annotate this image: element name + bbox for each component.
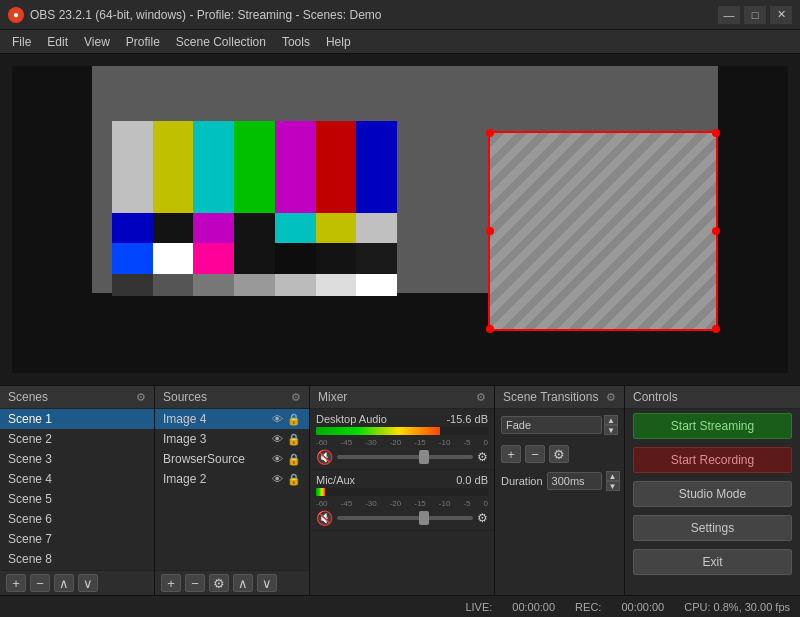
add-source-button[interactable]: + — [161, 574, 181, 592]
menu-file[interactable]: File — [4, 33, 39, 51]
source-item-4[interactable]: Image 2 👁 🔒 — [155, 469, 309, 489]
remove-transition-button[interactable]: − — [525, 445, 545, 463]
transition-settings-button[interactable]: ⚙ — [549, 445, 569, 463]
source-settings-button[interactable]: ⚙ — [209, 574, 229, 592]
transition-type-up[interactable]: ▲ — [604, 415, 618, 425]
gs-4 — [234, 274, 275, 296]
scene-item-3[interactable]: Scene 3 — [0, 449, 154, 469]
duration-input[interactable] — [547, 472, 602, 490]
remove-scene-button[interactable]: − — [30, 574, 50, 592]
gs-2 — [153, 274, 194, 296]
source-item-3[interactable]: BrowserSource 👁 🔒 — [155, 449, 309, 469]
sources-list: Image 4 👁 🔒 Image 3 👁 🔒 BrowserSource 👁 … — [155, 409, 309, 570]
exit-button[interactable]: Exit — [633, 549, 792, 575]
desktop-fader-thumb[interactable] — [419, 450, 429, 464]
scenes-panel-header: Scenes ⚙ — [0, 386, 154, 409]
menu-edit[interactable]: Edit — [39, 33, 76, 51]
transition-type-down[interactable]: ▼ — [604, 425, 618, 435]
live-label: LIVE: — [465, 601, 492, 613]
lock-icon-4: 🔒 — [287, 473, 301, 486]
scene-down-button[interactable]: ∨ — [78, 574, 98, 592]
handle-mid-right[interactable] — [712, 227, 720, 235]
handle-mid-left[interactable] — [486, 227, 494, 235]
add-transition-button[interactable]: + — [501, 445, 521, 463]
bar-magenta — [275, 121, 316, 213]
bar-mid-2 — [153, 213, 194, 244]
scenes-panel-icon: ⚙ — [136, 391, 146, 404]
remove-source-button[interactable]: − — [185, 574, 205, 592]
minimize-button[interactable]: — — [718, 6, 740, 24]
source-selection-overlay[interactable] — [488, 131, 718, 331]
transition-type-select[interactable]: Fade — [501, 416, 602, 434]
sources-panel-icon: ⚙ — [291, 391, 301, 404]
scene-item-4[interactable]: Scene 4 — [0, 469, 154, 489]
studio-mode-button[interactable]: Studio Mode — [633, 481, 792, 507]
handle-bottom-right[interactable] — [712, 325, 720, 333]
scene-item-7[interactable]: Scene 7 — [0, 529, 154, 549]
menu-scene-collection[interactable]: Scene Collection — [168, 33, 274, 51]
controls-panel-header: Controls — [625, 386, 800, 409]
handle-top-left[interactable] — [486, 129, 494, 137]
eye-icon-4: 👁 — [272, 473, 283, 486]
source-down-button[interactable]: ∨ — [257, 574, 277, 592]
desktop-mute-button[interactable]: 🔇 — [316, 449, 333, 465]
add-scene-button[interactable]: + — [6, 574, 26, 592]
bar-green — [234, 121, 275, 213]
scene-item-8[interactable]: Scene 8 — [0, 549, 154, 569]
controls-panel: Controls Start Streaming Start Recording… — [625, 386, 800, 595]
handle-bottom-left[interactable] — [486, 325, 494, 333]
mic-level-bar — [316, 488, 488, 496]
mic-mute-button[interactable]: 🔇 — [316, 510, 333, 526]
maximize-button[interactable]: □ — [744, 6, 766, 24]
duration-label: Duration — [501, 475, 543, 487]
source-item-1[interactable]: Image 4 👁 🔒 — [155, 409, 309, 429]
bar-low-6 — [316, 243, 357, 274]
gs-6 — [316, 274, 357, 296]
mic-fader[interactable] — [337, 516, 473, 520]
scene-item-2[interactable]: Scene 2 — [0, 429, 154, 449]
app-icon: ● — [8, 7, 24, 23]
duration-up[interactable]: ▲ — [606, 471, 620, 481]
mixer-track-desktop-header: Desktop Audio -15.6 dB — [316, 413, 488, 425]
scene-item-6[interactable]: Scene 6 — [0, 509, 154, 529]
bar-cyan — [193, 121, 234, 213]
transition-select-row: Fade ▲ ▼ — [501, 415, 618, 435]
transition-controls-toolbar: + − ⚙ — [501, 445, 618, 463]
scenes-list: Scene 1 Scene 2 Scene 3 Scene 4 Scene 5 … — [0, 409, 154, 570]
settings-button[interactable]: Settings — [633, 515, 792, 541]
menu-tools[interactable]: Tools — [274, 33, 318, 51]
title-text: OBS 23.2.1 (64-bit, windows) - Profile: … — [30, 8, 718, 22]
scene-item-5[interactable]: Scene 5 — [0, 489, 154, 509]
desktop-fader[interactable] — [337, 455, 473, 459]
desktop-audio-db: -15.6 dB — [446, 413, 488, 425]
close-button[interactable]: ✕ — [770, 6, 792, 24]
handle-top-right[interactable] — [712, 129, 720, 137]
color-bars-main — [112, 121, 397, 213]
eye-icon: 👁 — [272, 413, 283, 426]
mic-level-scale: -60 -45 -30 -20 -15 -10 -5 0 — [316, 499, 488, 508]
preview-left-black — [12, 66, 92, 373]
desktop-mixer-controls: 🔇 ⚙ — [316, 449, 488, 465]
scenes-panel: Scenes ⚙ Scene 1 Scene 2 Scene 3 Scene 4… — [0, 386, 155, 595]
menu-view[interactable]: View — [76, 33, 118, 51]
scene-up-button[interactable]: ∧ — [54, 574, 74, 592]
duration-down[interactable]: ▼ — [606, 481, 620, 491]
bar-red — [316, 121, 357, 213]
mic-level-fill — [316, 488, 325, 496]
mixer-track-mic: Mic/Aux 0.0 dB -60 -45 -30 -20 -15 -10 -… — [310, 470, 494, 531]
source-up-button[interactable]: ∧ — [233, 574, 253, 592]
source-item-2[interactable]: Image 3 👁 🔒 — [155, 429, 309, 449]
mic-fader-thumb[interactable] — [419, 511, 429, 525]
sources-panel-header: Sources ⚙ — [155, 386, 309, 409]
mic-settings-button[interactable]: ⚙ — [477, 511, 488, 525]
desktop-settings-button[interactable]: ⚙ — [477, 450, 488, 464]
start-recording-button[interactable]: Start Recording — [633, 447, 792, 473]
scene-item-1[interactable]: Scene 1 — [0, 409, 154, 429]
menu-profile[interactable]: Profile — [118, 33, 168, 51]
desktop-level-fill — [316, 427, 440, 435]
start-streaming-button[interactable]: Start Streaming — [633, 413, 792, 439]
bar-yellow — [153, 121, 194, 213]
menu-help[interactable]: Help — [318, 33, 359, 51]
source-item-2-label: Image 3 — [163, 432, 206, 446]
transition-type-spinner: ▲ ▼ — [604, 415, 618, 435]
